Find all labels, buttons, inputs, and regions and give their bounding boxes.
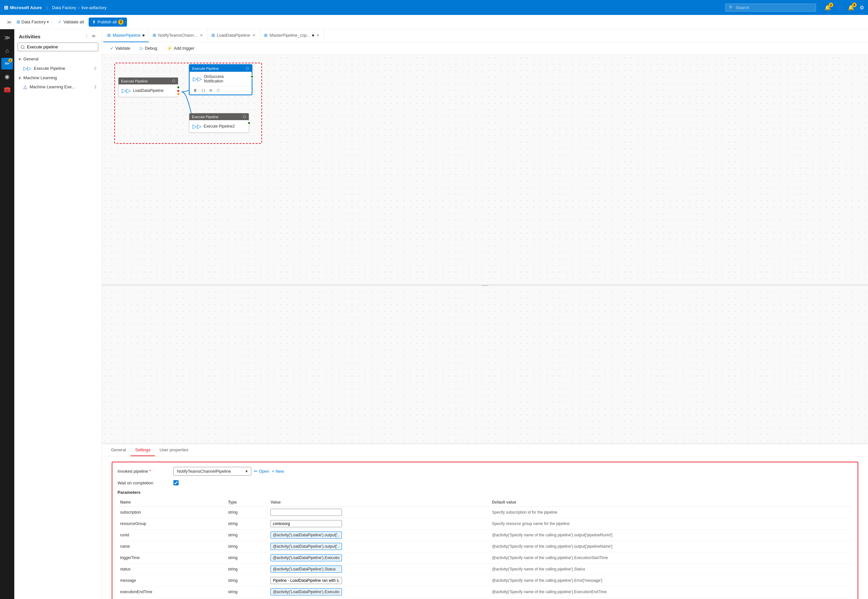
expand-rail-button[interactable]: ≫ — [1, 32, 13, 44]
col-type: Type — [225, 498, 268, 507]
tab-master-pipeline[interactable]: ⊞ MasterPipeline — [103, 29, 149, 42]
tab-master-pipeline-label: MasterPipeline — [113, 33, 141, 38]
param-type-cell: string — [225, 541, 268, 552]
param-name-cell: executionEndTime — [118, 586, 225, 598]
node1-body: ▷▷ LoadDataPipeline — [119, 84, 178, 97]
plus-icon: + — [272, 469, 274, 474]
debug-button[interactable]: ▷ Debug — [136, 44, 161, 52]
tab-load-data[interactable]: ⊞ LoadDataPipeline ✕ — [208, 29, 261, 42]
tab-close-3[interactable]: ✕ — [252, 33, 256, 38]
category-machine-learning[interactable]: ∨ Machine Learning — [14, 73, 102, 82]
breadcrumb-separator: | — [47, 5, 47, 10]
author-badge: 2 — [8, 59, 12, 62]
tab-pipeline-icon-2: ⊞ — [153, 33, 156, 38]
debug-icon: ▷ — [140, 46, 143, 51]
param-type-cell: string — [225, 575, 268, 586]
minimize-panel-button[interactable]: ≪ — [90, 33, 97, 40]
activities-search-input[interactable] — [18, 42, 98, 51]
canvas-collapse-bar[interactable]: — — [102, 284, 868, 286]
activity-ml-execute[interactable]: △ Machine Learning Exe... ⣿ — [14, 82, 102, 91]
monitor-button[interactable]: ◉ — [1, 71, 13, 83]
settings-icon[interactable]: ⚙ — [860, 5, 864, 11]
breadcrumb-service[interactable]: Data Factory — [52, 5, 76, 10]
param-name-cell: name — [118, 541, 225, 552]
open-label: Open — [259, 469, 269, 474]
notifications-icon[interactable]: 🔔 1 — [824, 5, 831, 11]
param-value-input[interactable] — [270, 566, 342, 573]
node2-success-connector[interactable] — [250, 75, 254, 78]
new-pipeline-button[interactable]: + New — [272, 469, 284, 474]
node2-body: ▷▷ OnSuccessNotification — [190, 72, 252, 86]
param-value-input[interactable] — [270, 520, 342, 527]
tab-master-pipeline-copy[interactable]: ⊞ MasterPipeline_cop... ✕ — [260, 29, 324, 42]
alerts-icon[interactable]: 🔔 8 — [848, 5, 854, 11]
drag-handle-icon: ⣿ — [94, 66, 96, 70]
node-execute-pipeline2[interactable]: Execute Pipeline ⬡ ▷▷ Execute Pipeline2 — [189, 113, 249, 133]
node3-body: ▷▷ Execute Pipeline2 — [189, 120, 249, 132]
top-bar: ⊞ Microsoft Azure | Data Factory › live-… — [0, 0, 868, 15]
user-settings-icon[interactable]: 👤 — [836, 5, 843, 11]
param-value-input[interactable] — [270, 543, 342, 550]
execute-pipeline-icon: ▷▷ — [23, 65, 31, 71]
alerts-badge: 8 — [852, 3, 857, 7]
node1-completion-connector[interactable] — [177, 92, 180, 95]
node-on-success[interactable]: Execute Pipeline ⬡ ▷▷ OnSuccessNotificat… — [189, 64, 252, 95]
node2-code-btn[interactable]: { } — [200, 88, 206, 93]
tab-general[interactable]: General — [107, 444, 131, 456]
param-value-input[interactable] — [270, 577, 342, 584]
search-box[interactable]: 🔍 — [725, 4, 816, 12]
data-factory-label: Data Factory — [21, 20, 45, 24]
validate-button[interactable]: ✓ Validate — [107, 44, 134, 52]
node3-success-connector[interactable] — [247, 122, 251, 125]
publish-all-button[interactable]: ⬆ Publish all 2 — [89, 18, 127, 27]
expand-panel-button[interactable]: ≫ — [3, 18, 15, 27]
wait-completion-label: Wait on completion — [118, 480, 170, 485]
invoked-pipeline-select[interactable]: NotifyTeamsChannelPipeline ▾ — [173, 467, 251, 476]
open-icon: ✏ — [254, 469, 258, 474]
node2-delete-btn[interactable]: 🗑 — [192, 88, 198, 93]
node2-copy-btn[interactable]: ⧉ — [208, 88, 213, 93]
node1-success-connector[interactable] — [177, 86, 180, 89]
upload-icon: ⬆ — [92, 20, 96, 24]
panel-controls: 〈 ≪ — [83, 33, 97, 40]
validate-all-label: Validate all — [63, 20, 84, 24]
param-value-input[interactable] — [270, 588, 342, 595]
tab-close-2[interactable]: ✕ — [199, 33, 203, 38]
category-general[interactable]: ∨ General — [14, 54, 102, 63]
author-button[interactable]: ✏ 2 — [1, 58, 13, 69]
activities-panel: Activities 〈 ≪ ∨ General ▷▷ Execute Pipe… — [14, 29, 102, 599]
param-default-cell: @activity('Specify name of the calling p… — [489, 564, 852, 575]
properties-panel: General Settings User properties Invoked… — [102, 443, 868, 599]
trigger-icon: ⚡ — [167, 46, 172, 51]
node1-external-icon[interactable]: ⬡ — [172, 79, 175, 83]
activity-execute-pipeline[interactable]: ▷▷ Execute Pipeline ⣿ — [14, 63, 102, 73]
table-row: statusstring@activity('Specify name of t… — [118, 564, 852, 575]
tab-user-properties[interactable]: User properties — [155, 444, 193, 456]
node2-type-label: Execute Pipeline — [192, 66, 219, 71]
ml-drag-handle-icon: ⣿ — [94, 85, 96, 89]
tab-notify-teams-label: NotifyTeamsChann... — [158, 33, 197, 38]
open-pipeline-button[interactable]: ✏ Open — [254, 469, 269, 474]
required-indicator: * — [149, 469, 151, 474]
param-default-cell: @activity('Specify name of the calling p… — [489, 598, 852, 599]
param-type-cell: string — [225, 507, 268, 518]
manage-button[interactable]: 🧰 — [1, 84, 13, 95]
node3-external-icon[interactable]: ⬡ — [243, 114, 246, 119]
add-trigger-button[interactable]: ⚡ Add trigger — [163, 44, 198, 52]
home-button[interactable]: ⌂ — [1, 45, 13, 57]
search-input[interactable] — [736, 5, 812, 10]
pipeline-canvas[interactable]: Execute Pipeline ⬡ ▷▷ LoadDataPipeline — [102, 54, 868, 443]
tab-settings[interactable]: Settings — [131, 444, 155, 456]
node2-link-btn[interactable]: ⬡ — [215, 88, 221, 93]
param-value-input[interactable] — [270, 554, 342, 561]
wait-completion-checkbox[interactable] — [173, 480, 179, 485]
new-label: New — [275, 469, 284, 474]
tab-close-4[interactable]: ✕ — [316, 33, 320, 38]
param-value-input[interactable] — [270, 509, 342, 516]
tab-notify-teams[interactable]: ⊞ NotifyTeamsChann... ✕ — [149, 29, 208, 42]
node2-external-icon[interactable]: ⬡ — [246, 66, 249, 71]
node-load-data-pipeline[interactable]: Execute Pipeline ⬡ ▷▷ LoadDataPipeline — [118, 77, 178, 97]
param-value-input[interactable] — [270, 531, 342, 539]
collapse-panel-button[interactable]: 〈 — [83, 33, 89, 40]
validate-all-button[interactable]: ✓ Validate all — [54, 18, 87, 26]
